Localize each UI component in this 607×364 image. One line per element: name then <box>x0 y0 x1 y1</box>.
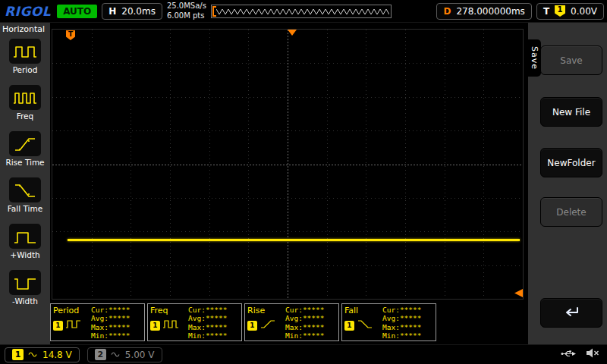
measurement-period: Period 1 Cur:***** Avg:***** Max:***** M… <box>50 303 145 341</box>
oscilloscope-screen: RIGOL AUTO H 20.0ms 25.0MSa/s 6.00M pts … <box>0 0 607 364</box>
bottom-status-bar: 1 14.8 V 2 5.00 V <box>0 344 607 364</box>
h-label: H <box>109 6 116 17</box>
channel1-trace <box>68 239 520 241</box>
channel-badge: 1 <box>53 321 63 331</box>
measurement-strip: Period 1 Cur:***** Avg:***** Max:***** M… <box>50 303 439 341</box>
channel-badge: 1 <box>247 321 257 331</box>
coupling-icon <box>28 350 38 360</box>
channel-badge: 1 <box>344 321 354 331</box>
measurement-values: Cur:***** Avg:***** Max:***** Min:***** <box>91 306 142 339</box>
fall-wave-icon <box>357 318 373 333</box>
plus-width-icon <box>9 224 41 249</box>
freq-wave-icon <box>162 318 179 333</box>
speaker-muted-icon <box>586 347 599 362</box>
menu-item-rise-time[interactable]: Rise Time <box>5 131 44 167</box>
rigol-logo: RIGOL <box>3 4 52 19</box>
menu-item-label: Freq <box>17 111 34 121</box>
return-arrow-icon <box>562 306 580 321</box>
t-label: T <box>543 6 549 17</box>
d-label: D <box>443 6 451 17</box>
measurement-fall: Fall 1 Cur:***** Avg:***** Max:***** Min… <box>341 303 436 341</box>
menu-tab-save: Save <box>528 39 541 77</box>
run-status-badge[interactable]: AUTO <box>57 5 97 18</box>
softkey-menu-sidebar: Save Save New File NewFolder Delete <box>528 23 607 344</box>
measure-menu-title: Horizontal <box>0 24 45 34</box>
channel1-status[interactable]: 1 14.8 V <box>5 347 80 362</box>
h-scale-value: 20.0ms <box>121 6 156 17</box>
menu-item-label: Fall Time <box>8 204 42 213</box>
trigger-position-marker-icon <box>288 30 297 36</box>
measurement-values: Cur:***** Avg:***** Max:***** Min:***** <box>285 306 336 339</box>
new-folder-button[interactable]: NewFolder <box>540 148 602 177</box>
menu-item-label: -Width <box>12 297 38 306</box>
acquisition-info: 25.0MSa/s 6.00M pts <box>167 2 206 20</box>
graticule: T <box>52 29 524 300</box>
period-wave-icon <box>65 318 82 333</box>
trigger-level-value: 0.00V <box>571 6 597 17</box>
usb-plug-icon <box>560 347 577 362</box>
freq-icon <box>9 85 41 110</box>
fall-time-icon <box>9 177 41 202</box>
measurement-values: Cur:***** Avg:***** Max:***** Min:***** <box>382 306 433 339</box>
new-file-button[interactable]: New File <box>540 97 602 127</box>
sample-rate: 25.0MSa/s <box>167 2 206 11</box>
measurement-values: Cur:***** Avg:***** Max:***** Min:***** <box>188 306 239 339</box>
channel2-status[interactable]: 2 5.00 V <box>87 347 162 362</box>
menu-item-label: Rise Time <box>5 158 44 167</box>
rise-time-icon <box>9 131 41 156</box>
menu-item-freq[interactable]: Freq <box>9 85 41 121</box>
trigger-source-flag: 1 <box>555 5 565 17</box>
delete-button[interactable]: Delete <box>540 197 602 227</box>
delay-box[interactable]: D 278.000000ms <box>436 3 531 20</box>
period-icon <box>9 39 41 64</box>
channel2-badge: 2 <box>95 349 106 360</box>
trigger-box[interactable]: T 1 0.00V <box>536 3 604 20</box>
measure-menu-sidebar: Horizontal Period Freq Rise Time Fall Ti… <box>0 23 50 344</box>
bottom-right-icons <box>560 347 602 362</box>
menu-item-minus-width[interactable]: -Width <box>9 270 41 306</box>
measurement-name: Period <box>53 306 91 315</box>
rise-wave-icon <box>259 318 276 333</box>
return-button[interactable] <box>540 298 602 328</box>
menu-item-label: +Width <box>10 250 39 259</box>
measurement-name: Rise <box>247 306 285 315</box>
coupling-icon <box>111 350 121 360</box>
time-reference-marker: T <box>66 30 75 40</box>
horizontal-scale-box[interactable]: H 20.0ms <box>102 3 162 20</box>
measurement-name: Fall <box>344 306 382 315</box>
menu-item-plus-width[interactable]: +Width <box>9 224 41 259</box>
measurement-name: Freq <box>150 306 188 315</box>
delay-value: 278.000000ms <box>456 6 524 17</box>
memory-depth: 6.00M pts <box>167 11 206 21</box>
minus-width-icon <box>9 270 41 295</box>
channel1-badge: 1 <box>12 349 24 360</box>
save-button[interactable]: Save <box>540 46 602 75</box>
channel1-scale: 14.8 V <box>42 350 72 360</box>
memory-waveform-svg <box>216 6 389 17</box>
menu-item-fall-time[interactable]: Fall Time <box>8 177 42 213</box>
top-status-bar: RIGOL AUTO H 20.0ms 25.0MSa/s 6.00M pts … <box>0 0 607 23</box>
channel2-scale: 5.00 V <box>125 350 155 360</box>
display-area: T Period 1 Cur:***** Av <box>50 23 528 344</box>
offscreen-marker-icon <box>514 289 523 297</box>
menu-item-period[interactable]: Period <box>9 39 41 74</box>
memory-waveform-preview[interactable] <box>211 5 392 18</box>
measurement-freq: Freq 1 Cur:***** Avg:***** Max:***** Min… <box>147 303 242 341</box>
channel-badge: 1 <box>150 321 160 331</box>
measurement-rise: Rise 1 Cur:***** Avg:***** Max:***** Min… <box>244 303 339 341</box>
menu-item-label: Period <box>13 65 38 74</box>
